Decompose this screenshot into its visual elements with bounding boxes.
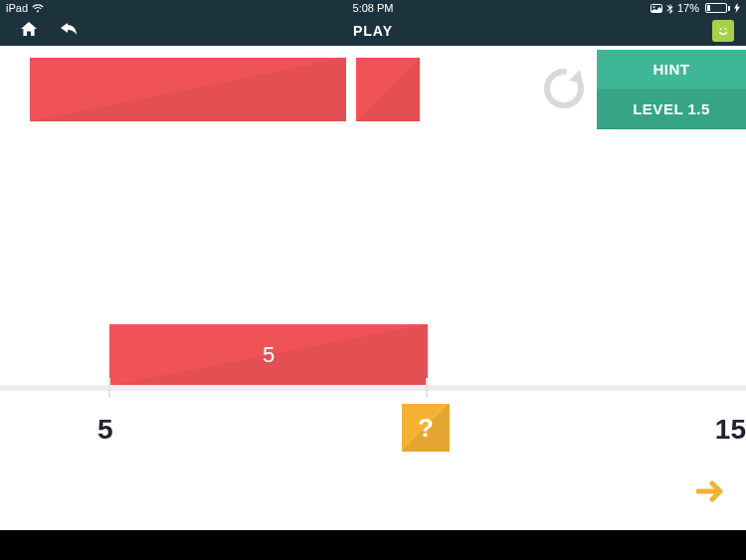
- value-bar-label: 5: [263, 342, 275, 368]
- bluetooth-icon: [666, 3, 673, 14]
- status-time: 5:08 PM: [353, 2, 394, 14]
- wifi-icon: [32, 4, 44, 13]
- tick-label-15: 15: [715, 414, 746, 446]
- status-bar: iPad 5:08 PM 17%: [0, 0, 746, 16]
- smiley-icon: [716, 24, 730, 38]
- block-large[interactable]: [30, 58, 346, 121]
- refresh-button[interactable]: [541, 66, 587, 111]
- bottom-bar: [0, 530, 746, 560]
- level-button[interactable]: LEVEL 1.5: [597, 90, 746, 129]
- app-root: iPad 5:08 PM 17%: [0, 0, 746, 560]
- question-marker[interactable]: ?: [402, 404, 450, 452]
- battery-icon: [703, 3, 730, 13]
- page-title: PLAY: [353, 23, 393, 39]
- device-label: iPad: [6, 2, 28, 14]
- game-area: HINT LEVEL 1.5 5 5 15 ?: [0, 46, 746, 530]
- next-arrow-icon: [696, 479, 726, 503]
- hint-button[interactable]: HINT: [597, 50, 746, 90]
- svg-point-1: [653, 6, 654, 8]
- nav-left: [0, 21, 78, 41]
- refresh-icon: [541, 66, 587, 111]
- side-buttons: HINT LEVEL 1.5: [597, 50, 746, 129]
- battery-pct: 17%: [677, 2, 699, 14]
- tick-label-5: 5: [97, 414, 113, 446]
- status-left: iPad: [6, 2, 44, 14]
- bolt-icon: [734, 3, 740, 13]
- nav-bar: PLAY: [0, 16, 746, 46]
- question-mark: ?: [418, 413, 434, 444]
- picture-icon: [651, 4, 662, 13]
- value-bar[interactable]: 5: [109, 324, 428, 386]
- svg-point-2: [720, 28, 722, 30]
- number-line: [0, 385, 746, 391]
- smiley-badge[interactable]: [712, 20, 734, 42]
- status-right: 17%: [651, 2, 740, 14]
- back-arrow-icon[interactable]: [60, 22, 78, 40]
- block-small[interactable]: [356, 58, 420, 121]
- home-icon[interactable]: [20, 21, 38, 41]
- top-blocks: [30, 58, 420, 121]
- hint-label: HINT: [653, 61, 690, 78]
- tick-5: [108, 378, 110, 398]
- level-label: LEVEL 1.5: [633, 100, 710, 117]
- svg-point-3: [725, 28, 727, 30]
- tick-question: [426, 378, 428, 398]
- next-button[interactable]: [696, 479, 726, 507]
